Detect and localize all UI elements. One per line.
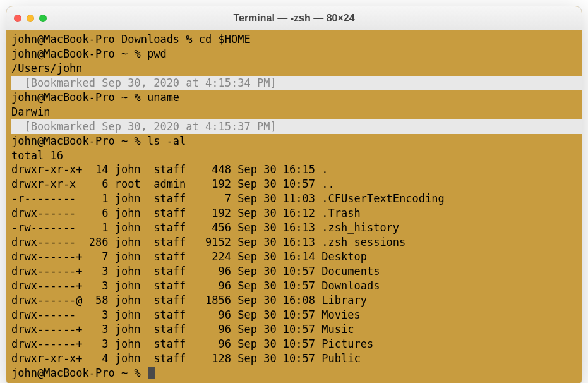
terminal-line: john@MacBook-Pro ~ % ls -al (11, 134, 582, 149)
terminal-line: drwx------+ 3 john staff 96 Sep 30 10:57… (11, 279, 582, 293)
terminal-body[interactable]: john@MacBook-Pro Downloads % cd $HOMEjoh… (6, 30, 582, 383)
terminal-line: drwx------@ 58 john staff 1856 Sep 30 16… (11, 293, 582, 308)
terminal-line: john@MacBook-Pro ~ % uname (11, 90, 582, 105)
titlebar[interactable]: Terminal — -zsh — 80×24 (6, 6, 582, 30)
terminal-line: john@MacBook-Pro Downloads % cd $HOME (11, 32, 582, 47)
bookmark-line: [Bookmarked Sep 30, 2020 at 4:15:34 PM] (11, 76, 582, 90)
terminal-line: drwx------+ 3 john staff 96 Sep 30 10:57… (11, 264, 582, 279)
terminal-line: drwx------ 6 john staff 192 Sep 30 16:12… (11, 206, 582, 221)
terminal-line: drwxr-xr-x+ 14 john staff 448 Sep 30 16:… (11, 162, 582, 177)
terminal-line: drwx------+ 7 john staff 224 Sep 30 16:1… (11, 250, 582, 264)
terminal-line: drwx------ 286 john staff 9152 Sep 30 16… (11, 235, 582, 250)
terminal-line: Darwin (11, 105, 582, 119)
terminal-window: Terminal — -zsh — 80×24 john@MacBook-Pro… (6, 6, 582, 383)
terminal-line: drwx------+ 3 john staff 96 Sep 30 10:57… (11, 322, 582, 337)
terminal-line: drwxr-xr-x 6 root admin 192 Sep 30 10:57… (11, 177, 582, 192)
terminal-line: /Users/john (11, 61, 582, 76)
maximize-icon[interactable] (39, 15, 47, 22)
terminal-line: drwx------+ 3 john staff 96 Sep 30 10:57… (11, 337, 582, 351)
prompt-text: john@MacBook-Pro ~ % (11, 367, 147, 379)
terminal-line: john@MacBook-Pro ~ % pwd (11, 47, 582, 61)
terminal-line: drwxr-xr-x+ 4 john staff 128 Sep 30 10:5… (11, 351, 582, 366)
terminal-line: -r-------- 1 john staff 7 Sep 30 11:03 .… (11, 192, 582, 206)
cursor-icon (148, 367, 155, 379)
bookmark-line: [Bookmarked Sep 30, 2020 at 4:15:37 PM] (11, 119, 582, 134)
terminal-line: -rw------- 1 john staff 456 Sep 30 16:13… (11, 221, 582, 235)
close-icon[interactable] (14, 15, 21, 22)
window-title: Terminal — -zsh — 80×24 (6, 13, 582, 24)
minimize-icon[interactable] (27, 15, 34, 22)
traffic-lights (6, 15, 47, 22)
terminal-line: drwx------ 3 john staff 96 Sep 30 10:57 … (11, 308, 582, 322)
current-prompt[interactable]: john@MacBook-Pro ~ % (11, 366, 582, 380)
terminal-line: total 16 (11, 149, 582, 163)
